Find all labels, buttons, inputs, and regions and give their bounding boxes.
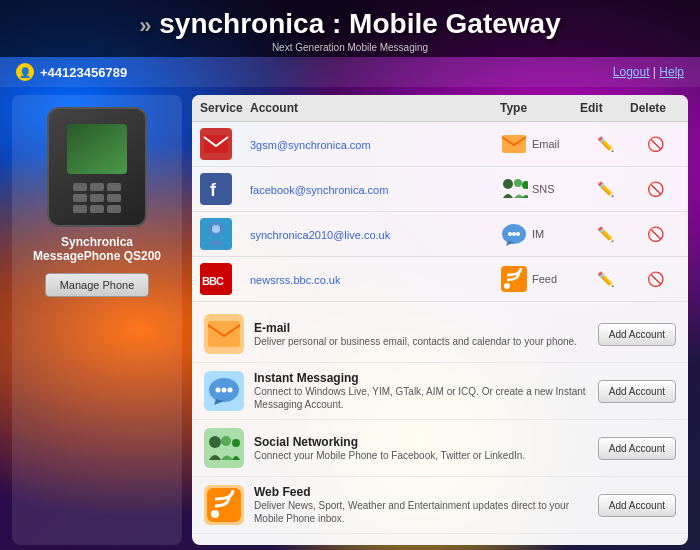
- phone-key: [73, 194, 87, 202]
- add-im-button[interactable]: Add Account: [598, 380, 676, 403]
- user-info: 👤 +44123456789: [16, 63, 127, 81]
- type-cell-sns: SNS: [500, 177, 580, 201]
- svg-point-12: [516, 232, 520, 236]
- type-sns-icon: [500, 177, 528, 201]
- edit-button-facebook[interactable]: ✏️: [580, 181, 630, 197]
- delete-button-bbc[interactable]: 🚫: [630, 271, 680, 287]
- add-email-button[interactable]: Add Account: [598, 323, 676, 346]
- left-panel: Synchronica MessagePhone QS200 Manage Ph…: [12, 95, 182, 545]
- add-feed-title: Web Feed: [254, 485, 588, 499]
- logout-link[interactable]: Logout: [613, 65, 650, 79]
- svg-point-21: [228, 388, 233, 393]
- add-sns-button[interactable]: Add Account: [598, 437, 676, 460]
- account-cell: 3gsm@synchronica.com: [250, 135, 500, 153]
- add-im-title: Instant Messaging: [254, 371, 588, 385]
- add-email-icon: [204, 314, 244, 354]
- user-phone: +44123456789: [40, 65, 127, 80]
- svg-rect-2: [202, 175, 230, 203]
- svg-point-10: [508, 232, 512, 236]
- im-service-icon: [200, 218, 232, 250]
- app-subtitle: Next Generation Mobile Messaging: [20, 42, 680, 53]
- svg-point-16: [504, 283, 510, 289]
- col-delete: Delete: [630, 101, 680, 115]
- delete-button-im[interactable]: 🚫: [630, 226, 680, 242]
- phone-key: [107, 183, 121, 191]
- add-email-desc: Deliver personal or business email, cont…: [254, 335, 588, 348]
- add-feed-desc: Deliver News, Sport, Weather and Enterta…: [254, 499, 588, 525]
- account-link-facebook[interactable]: facebook@synchronica.com: [250, 184, 388, 196]
- delete-button-email[interactable]: 🚫: [630, 136, 680, 152]
- service-cell: [200, 218, 250, 250]
- phone-name: Synchronica MessagePhone QS200: [33, 235, 161, 263]
- delete-button-facebook[interactable]: 🚫: [630, 181, 680, 197]
- phone-screen: [67, 124, 127, 174]
- add-feed-button[interactable]: Add Account: [598, 494, 676, 517]
- phone-key: [107, 205, 121, 213]
- phone-keypad: [73, 183, 121, 213]
- svg-point-6: [522, 181, 528, 189]
- add-feed-row: Web Feed Deliver News, Sport, Weather an…: [192, 477, 688, 534]
- type-feed-icon: [500, 267, 528, 291]
- phone-key: [73, 183, 87, 191]
- help-link[interactable]: Help: [659, 65, 684, 79]
- edit-button-bbc[interactable]: ✏️: [580, 271, 630, 287]
- add-im-text: Instant Messaging Connect to Windows Liv…: [254, 371, 588, 411]
- nav-links: Logout | Help: [613, 65, 684, 79]
- add-im-row: Instant Messaging Connect to Windows Liv…: [192, 363, 688, 420]
- type-label-im: IM: [532, 228, 544, 240]
- add-sns-text: Social Networking Connect your Mobile Ph…: [254, 435, 588, 462]
- col-type: Type: [500, 101, 580, 115]
- type-cell-feed: Feed: [500, 267, 580, 291]
- svg-text:f: f: [210, 180, 217, 200]
- svg-point-22: [209, 436, 221, 448]
- type-label-feed: Feed: [532, 273, 557, 285]
- edit-button-email[interactable]: ✏️: [580, 136, 630, 152]
- account-cell: newsrss.bbc.co.uk: [250, 270, 500, 288]
- type-im-icon: [500, 222, 528, 246]
- account-cell: synchronica2010@live.co.uk: [250, 225, 500, 243]
- edit-button-im[interactable]: ✏️: [580, 226, 630, 242]
- account-link-im[interactable]: synchronica2010@live.co.uk: [250, 229, 390, 241]
- svg-text:BBC: BBC: [202, 275, 224, 287]
- account-link-bbc[interactable]: newsrss.bbc.co.uk: [250, 274, 340, 286]
- right-panel: Service Account Type Edit Delete 3gsm@sy…: [192, 95, 688, 545]
- type-email-icon: [500, 132, 528, 156]
- table-row: BBC newsrss.bbc.co.uk: [192, 257, 688, 302]
- add-sns-desc: Connect your Mobile Phone to Facebook, T…: [254, 449, 588, 462]
- add-sns-title: Social Networking: [254, 435, 588, 449]
- phone-key: [73, 205, 87, 213]
- email-service-icon: [200, 128, 232, 160]
- nav-separator: |: [653, 65, 656, 79]
- svg-point-26: [211, 510, 219, 518]
- header: » synchronica : Mobile Gateway Next Gene…: [0, 0, 700, 57]
- add-im-desc: Connect to Windows Live, YIM, GTalk, AIM…: [254, 385, 588, 411]
- facebook-service-icon: f: [200, 173, 232, 205]
- phone-key: [90, 183, 104, 191]
- type-cell-im: IM: [500, 222, 580, 246]
- type-label-sns: SNS: [532, 183, 555, 195]
- col-service: Service: [200, 101, 250, 115]
- add-feed-text: Web Feed Deliver News, Sport, Weather an…: [254, 485, 588, 525]
- manage-phone-button[interactable]: Manage Phone: [45, 273, 150, 297]
- service-cell: [200, 128, 250, 160]
- top-bar: 👤 +44123456789 Logout | Help: [0, 57, 700, 87]
- table-row: synchronica2010@live.co.uk IM ✏️: [192, 212, 688, 257]
- svg-point-8: [212, 225, 220, 233]
- account-link-email[interactable]: 3gsm@synchronica.com: [250, 139, 371, 151]
- service-cell: BBC: [200, 263, 250, 295]
- add-feed-icon: [204, 485, 244, 525]
- phone-key: [107, 194, 121, 202]
- svg-point-5: [514, 179, 522, 187]
- table-header: Service Account Type Edit Delete: [192, 95, 688, 122]
- svg-rect-0: [204, 135, 228, 153]
- col-edit: Edit: [580, 101, 630, 115]
- col-account: Account: [250, 101, 500, 115]
- service-cell: f: [200, 173, 250, 205]
- phone-key: [90, 205, 104, 213]
- svg-point-11: [512, 232, 516, 236]
- svg-point-24: [232, 439, 240, 447]
- svg-point-19: [216, 388, 221, 393]
- add-section: E-mail Deliver personal or business emai…: [192, 302, 688, 545]
- user-icon: 👤: [16, 63, 34, 81]
- app-title: » synchronica : Mobile Gateway: [20, 8, 680, 40]
